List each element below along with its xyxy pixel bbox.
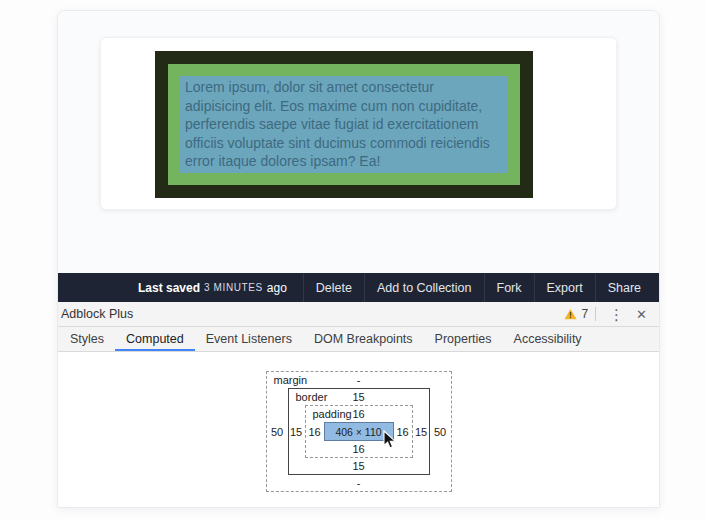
- highlighted-element[interactable]: Lorem ipsum, dolor sit amet consectetur …: [155, 51, 533, 198]
- element-content-text: Lorem ipsum, dolor sit amet consectetur …: [180, 76, 508, 173]
- devtools-tab-bar: Styles Computed Event Listeners DOM Brea…: [58, 327, 659, 352]
- tab-accessibility[interactable]: Accessibility: [503, 327, 593, 351]
- warning-count: 7: [581, 307, 588, 321]
- delete-button[interactable]: Delete: [303, 273, 364, 302]
- preview-pane: Lorem ipsum, dolor sit amet consectetur …: [58, 11, 659, 273]
- last-saved-suffix: ago: [267, 281, 287, 295]
- margin-bottom-value[interactable]: -: [357, 477, 361, 489]
- export-button[interactable]: Export: [534, 273, 595, 302]
- border-top-value[interactable]: 15: [352, 391, 364, 403]
- header-divider: [595, 307, 596, 321]
- border-right-value[interactable]: 15: [413, 426, 430, 438]
- computed-panel: margin - 50 border 15 15: [58, 352, 659, 507]
- tab-properties[interactable]: Properties: [424, 327, 503, 351]
- padding-right-value[interactable]: 16: [394, 426, 412, 438]
- last-saved-time: 3 minutes: [204, 282, 263, 293]
- last-saved-label: Last saved: [138, 281, 200, 295]
- add-to-collection-button[interactable]: Add to Collection: [364, 273, 484, 302]
- border-bottom-value[interactable]: 15: [352, 460, 364, 472]
- box-model-padding-layer[interactable]: padding 16 16 406 × 110: [305, 405, 413, 458]
- last-saved-status: Last saved 3 minutes ago: [138, 273, 287, 302]
- warning-icon: [564, 308, 577, 320]
- kebab-menu-icon[interactable]: ⋮: [603, 307, 630, 322]
- tab-styles[interactable]: Styles: [59, 327, 115, 351]
- border-label: border: [296, 391, 328, 403]
- warning-badge[interactable]: 7: [564, 307, 588, 321]
- box-model-border-layer[interactable]: border 15 15 padding 16 1: [288, 388, 430, 475]
- devtools-title: Adblock Plus: [61, 307, 564, 321]
- tab-dom-breakpoints[interactable]: DOM Breakpoints: [303, 327, 424, 351]
- share-button[interactable]: Share: [595, 273, 653, 302]
- fork-button[interactable]: Fork: [484, 273, 534, 302]
- tab-event-listeners[interactable]: Event Listeners: [195, 327, 303, 351]
- margin-label: margin: [274, 374, 308, 386]
- box-model-diagram: margin - 50 border 15 15: [266, 371, 452, 492]
- devtools-header: Adblock Plus 7 ⋮ ✕: [58, 302, 659, 327]
- result-card: Lorem ipsum, dolor sit amet consectetur …: [100, 37, 617, 210]
- close-icon[interactable]: ✕: [630, 307, 651, 322]
- margin-left-value[interactable]: 50: [267, 426, 288, 438]
- padding-label: padding: [313, 408, 352, 420]
- tab-computed[interactable]: Computed: [115, 327, 195, 351]
- box-model-margin-layer[interactable]: margin - 50 border 15 15: [266, 371, 452, 492]
- box-model-content-box[interactable]: 406 × 110: [324, 422, 394, 441]
- editor-toolbar: Last saved 3 minutes ago Delete Add to C…: [58, 273, 659, 302]
- padding-left-value[interactable]: 16: [306, 426, 324, 438]
- mouse-cursor-icon: [383, 430, 396, 449]
- padding-bottom-value[interactable]: 16: [352, 443, 364, 455]
- border-left-value[interactable]: 15: [288, 426, 305, 438]
- content-size-value: 406 × 110: [335, 426, 381, 438]
- app-window: Lorem ipsum, dolor sit amet consectetur …: [57, 10, 660, 508]
- margin-right-value[interactable]: 50: [430, 426, 451, 438]
- padding-top-value[interactable]: 16: [352, 408, 364, 420]
- margin-top-value[interactable]: -: [357, 374, 361, 386]
